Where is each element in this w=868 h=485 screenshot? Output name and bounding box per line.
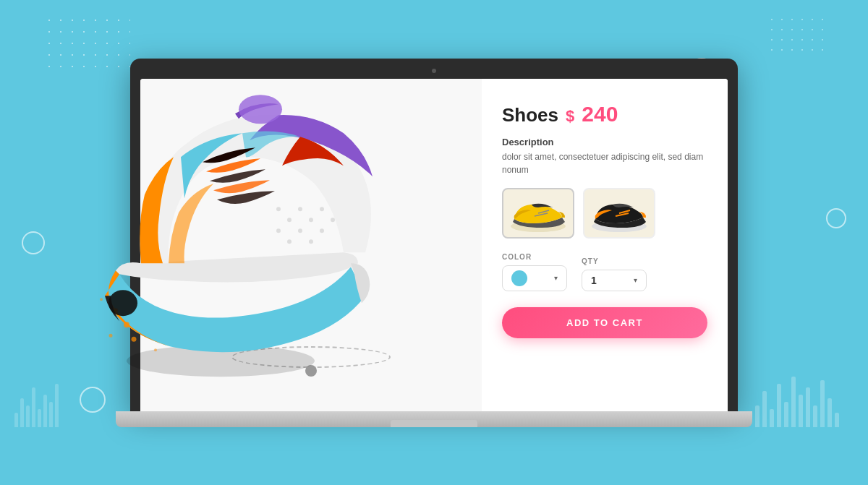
laptop: Shoes $ 240 Description dolor sit amet, … — [130, 59, 738, 427]
laptop-camera — [432, 69, 436, 73]
shoe-placeholder — [174, 79, 448, 411]
thumbnail-row — [502, 188, 707, 239]
product-page: Shoes $ 240 Description dolor sit amet, … — [140, 79, 728, 411]
carousel-dot — [305, 365, 317, 377]
laptop-screen-frame: Shoes $ 240 Description dolor sit amet, … — [130, 59, 738, 411]
circle-decoration-bottomleft — [80, 387, 106, 413]
product-title-row: Shoes $ 240 — [502, 102, 707, 126]
description-label: Description — [502, 137, 707, 147]
description-text: dolor sit amet, consectetuer adipiscing … — [502, 150, 707, 176]
dot-pattern-topright — [767, 14, 825, 51]
product-price-currency: $ — [566, 107, 574, 126]
bar-chart-right — [755, 377, 839, 427]
product-image-area — [140, 79, 482, 411]
dot-pattern-topleft — [43, 14, 130, 72]
circle-decoration-leftmid — [22, 231, 45, 254]
bar-chart-left — [14, 384, 59, 427]
product-name: Shoes — [502, 104, 558, 126]
qty-chevron-icon: ▾ — [634, 276, 637, 284]
laptop-base — [116, 411, 752, 427]
circle-decoration-rightmid — [826, 208, 846, 228]
color-label: COLOR — [502, 253, 567, 261]
qty-selector-group: QTY 1 ▾ — [582, 257, 647, 291]
color-chevron-icon: ▾ — [554, 274, 558, 282]
selected-color-circle — [511, 270, 527, 286]
qty-value: 1 — [591, 275, 605, 286]
thumbnail-black-shoe[interactable] — [583, 188, 655, 239]
color-selector[interactable]: ▾ — [502, 265, 567, 291]
selectors-row: COLOR ▾ QTY 1 ▾ — [502, 253, 707, 291]
add-to-cart-button[interactable]: ADD TO CART — [502, 307, 707, 338]
color-selector-group: COLOR ▾ — [502, 253, 567, 291]
laptop-screen: Shoes $ 240 Description dolor sit amet, … — [140, 79, 728, 411]
thumbnail-yellow-shoe[interactable] — [502, 188, 574, 239]
laptop-base-notch — [391, 420, 477, 427]
qty-selector[interactable]: 1 ▾ — [582, 270, 647, 291]
product-info-panel: Shoes $ 240 Description dolor sit amet, … — [482, 79, 728, 411]
qty-label: QTY — [582, 257, 647, 265]
product-price-amount: 240 — [582, 102, 618, 126]
